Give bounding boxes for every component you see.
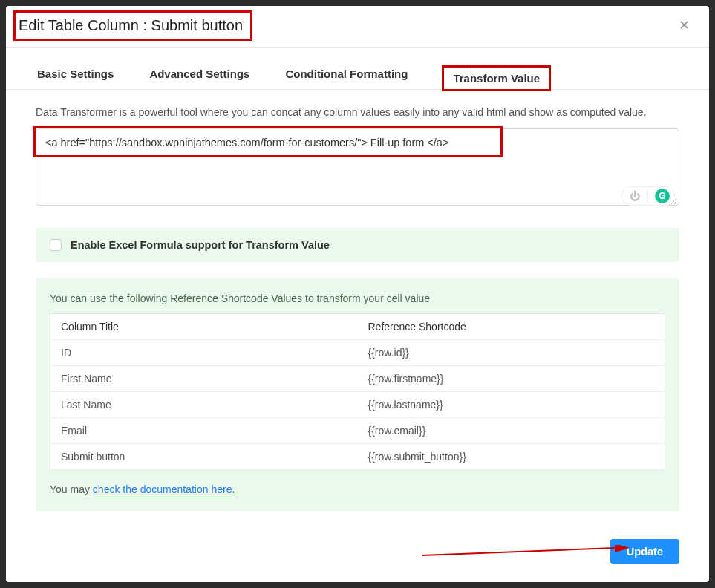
table-row: Email {{row.email}}	[50, 418, 665, 444]
table-row: Submit button {{row.submit_button}}	[50, 444, 665, 470]
editor-widget-pill: ⏻ | G	[621, 186, 675, 206]
tabs: Basic Settings Advanced Settings Conditi…	[6, 48, 709, 90]
cell-shortcode: {{row.email}}	[358, 418, 665, 444]
cell-title: Last Name	[50, 392, 358, 418]
modal: Edit Table Column : Submit button ✕ Basi…	[6, 6, 709, 582]
tab-conditional-formatting[interactable]: Conditional Formatting	[284, 68, 409, 89]
close-icon[interactable]: ✕	[673, 14, 696, 36]
modal-title: Edit Table Column : Submit button	[19, 17, 243, 34]
doc-prefix: You may	[50, 483, 93, 495]
reference-box: You can use the following Reference Shor…	[36, 278, 679, 511]
table-row: First Name {{row.firstname}}	[50, 366, 665, 392]
intro-text: Data Transformer is a powerful tool wher…	[36, 106, 679, 118]
divider: |	[646, 189, 649, 203]
table-row: ID {{row.id}}	[50, 340, 665, 366]
transform-editor[interactable]	[36, 128, 679, 206]
cell-title: Email	[50, 418, 358, 444]
table-row: Last Name {{row.lastname}}	[50, 392, 665, 418]
tab-transform-value-highlight: Transform Value	[442, 65, 551, 91]
svg-line-0	[422, 548, 615, 555]
tab-basic-settings[interactable]: Basic Settings	[36, 68, 115, 89]
excel-formula-label: Enable Excel Formula support for Transfo…	[71, 239, 330, 251]
reference-table: Column Title Reference Shortcode ID {{ro…	[50, 313, 665, 470]
cell-shortcode: {{row.firstname}}	[358, 366, 665, 392]
cell-title: Submit button	[50, 444, 358, 470]
cell-shortcode: {{row.id}}	[358, 340, 665, 366]
title-highlight-box: Edit Table Column : Submit button	[13, 10, 252, 41]
cell-shortcode: {{row.submit_button}}	[358, 444, 665, 470]
tab-advanced-settings[interactable]: Advanced Settings	[148, 68, 251, 89]
annotation-arrow-icon	[422, 545, 630, 560]
modal-header: Edit Table Column : Submit button ✕	[6, 6, 709, 48]
tab-transform-value[interactable]: Transform Value	[453, 72, 540, 85]
power-icon[interactable]: ⏻	[630, 190, 640, 202]
cell-title: First Name	[50, 366, 358, 392]
modal-footer: Update	[6, 526, 709, 564]
modal-body: Data Transformer is a powerful tool wher…	[6, 90, 709, 526]
editor-wrap: ⏻ | G	[36, 128, 679, 209]
excel-formula-row: Enable Excel Formula support for Transfo…	[36, 228, 679, 262]
reference-intro: You can use the following Reference Shor…	[50, 293, 665, 304]
grammarly-icon[interactable]: G	[655, 189, 670, 203]
col-shortcode-header: Reference Shortcode	[358, 314, 665, 340]
table-header-row: Column Title Reference Shortcode	[50, 314, 665, 340]
doc-link[interactable]: check the documentation here.	[93, 483, 235, 495]
col-title-header: Column Title	[50, 314, 358, 340]
update-button[interactable]: Update	[610, 539, 679, 564]
excel-formula-checkbox[interactable]	[50, 239, 62, 251]
cell-shortcode: {{row.lastname}}	[358, 392, 665, 418]
cell-title: ID	[50, 340, 358, 366]
doc-line: You may check the documentation here.	[50, 483, 665, 495]
